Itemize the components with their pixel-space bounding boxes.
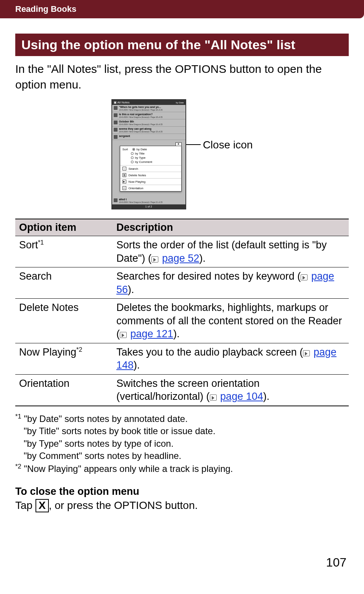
options-table: Option item Description Sort*1 Sorts the… bbox=[15, 219, 349, 406]
footnote-mark: *2 bbox=[15, 463, 21, 470]
table-row: Delete Notes Deletes the bookmarks, high… bbox=[15, 299, 349, 343]
screenshot-sort-indicator: by Date bbox=[176, 101, 184, 104]
menu-now-playing[interactable]: ▶Now Playing bbox=[120, 179, 181, 185]
menu-delete-notes[interactable]: 🗑Delete Notes bbox=[120, 172, 181, 179]
x-button-icon: X bbox=[35, 499, 49, 512]
play-icon: ▶ bbox=[122, 180, 126, 184]
radio-icon[interactable] bbox=[131, 156, 134, 159]
option-name: Delete Notes bbox=[19, 302, 79, 313]
close-heading: To close the option menu bbox=[15, 486, 349, 497]
sort-option[interactable]: by Type bbox=[122, 156, 179, 160]
page-link-icon bbox=[120, 332, 127, 338]
footnote-ref: *1 bbox=[38, 239, 44, 246]
page-link[interactable]: page 104 bbox=[220, 391, 263, 402]
table-row: Search Searches for desired notes by key… bbox=[15, 267, 349, 299]
sort-option[interactable]: by Title bbox=[122, 151, 179, 156]
option-name: Sort bbox=[19, 239, 38, 251]
device-screenshot: ▣ All Notes by Date "When he gets here y… bbox=[111, 99, 186, 209]
trash-icon: 🗑 bbox=[122, 173, 126, 177]
footnotes: *1 "by Date" sorts notes by annotated da… bbox=[15, 412, 349, 475]
list-item: October 8th10-8-2009 / Nine Dragons (Exc… bbox=[112, 119, 185, 127]
option-name: Search bbox=[19, 270, 52, 282]
intro-text: In the "All Notes" list, press the OPTIO… bbox=[15, 61, 349, 92]
page-link-icon bbox=[301, 274, 308, 280]
menu-orientation[interactable]: ▭Orientation bbox=[120, 185, 181, 191]
sort-option[interactable]: by Comment bbox=[122, 160, 179, 164]
page-link-icon bbox=[210, 394, 217, 401]
close-text: Tap X, or press the OPTIONS button. bbox=[15, 499, 349, 512]
page-number: 107 bbox=[326, 555, 346, 570]
th-description: Description bbox=[113, 219, 349, 236]
orientation-icon: ▭ bbox=[122, 186, 126, 190]
page-link[interactable]: page 121 bbox=[130, 328, 174, 340]
page-link[interactable]: page 52 bbox=[162, 253, 200, 264]
footnote-ref: *2 bbox=[76, 346, 82, 353]
section-title: Reading Books bbox=[15, 4, 76, 14]
option-menu-popup: X Sortby Date by Title by Type by Commen… bbox=[120, 146, 182, 192]
search-icon: ⌕ bbox=[122, 167, 126, 171]
screenshot-title: All Notes bbox=[117, 101, 129, 104]
menu-search[interactable]: ⌕Search bbox=[120, 166, 181, 172]
page-link-icon bbox=[303, 350, 310, 356]
callout-line bbox=[186, 144, 201, 145]
radio-icon[interactable] bbox=[132, 148, 135, 151]
page-title: Using the option menu of the "All Notes"… bbox=[15, 34, 349, 56]
radio-icon[interactable] bbox=[131, 161, 134, 163]
table-row: Sort*1 Sorts the order of the list (defa… bbox=[15, 236, 349, 267]
table-row: Orientation Switches the screen orientat… bbox=[15, 374, 349, 406]
section-header: Reading Books bbox=[0, 0, 364, 18]
list-item: "When he gets here you and yo...10-8-200… bbox=[112, 105, 185, 112]
list-item: seems they can get along10-8-2009 / Nine… bbox=[112, 127, 185, 134]
table-row: Now Playing*2 Takes you to the audio pla… bbox=[15, 343, 349, 374]
option-name: Now Playing bbox=[19, 346, 76, 358]
list-item: sergeant bbox=[112, 134, 185, 140]
option-name: Orientation bbox=[19, 378, 69, 389]
list-item: alled t10-8-2009 / Nine Dragons (Excerpt… bbox=[112, 197, 185, 204]
list-item: is this a real organization?10-8-2009 / … bbox=[112, 112, 185, 119]
page-link-icon bbox=[151, 256, 158, 262]
figure: ▣ All Notes by Date "When he gets here y… bbox=[15, 99, 349, 209]
menu-sort[interactable]: Sortby Date bbox=[122, 147, 179, 151]
screenshot-titlebar: ▣ All Notes by Date bbox=[112, 100, 185, 105]
th-option-item: Option item bbox=[15, 219, 113, 236]
footnote-mark: *1 bbox=[15, 413, 21, 420]
screenshot-footer: 1 of 2 bbox=[112, 204, 185, 209]
callout-label: Close icon bbox=[203, 139, 253, 151]
radio-icon[interactable] bbox=[131, 152, 134, 155]
close-icon[interactable]: X bbox=[176, 142, 182, 146]
